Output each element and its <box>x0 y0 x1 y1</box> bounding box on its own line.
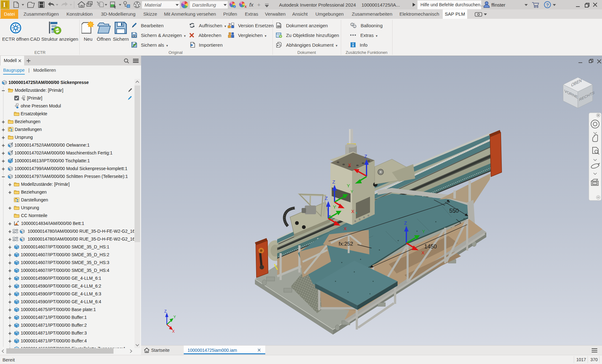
svg-text:Hilfe und Befehle durchsuchen.: Hilfe und Befehle durchsuchen... <box>420 2 484 7</box>
svg-text:Material: Material <box>145 2 161 8</box>
svg-text:Z: Z <box>364 153 367 159</box>
svg-text:x: x <box>245 4 247 9</box>
svg-text:Z: Z <box>164 309 166 314</box>
svg-text:I: I <box>3 1 6 8</box>
svg-text:+: + <box>257 2 261 8</box>
svg-text:Y: Y <box>347 183 350 188</box>
svg-text:Y: Y <box>333 204 336 210</box>
svg-text:1: 1 <box>351 23 353 26</box>
svg-text:X: X <box>421 250 425 255</box>
svg-text:550: 550 <box>449 208 459 214</box>
svg-text:Y: Y <box>351 189 353 194</box>
svg-text:Z: Z <box>325 195 328 201</box>
svg-text:X: X <box>344 226 347 231</box>
svg-text:X: X <box>348 162 351 168</box>
svg-text:Y: Y <box>422 229 425 234</box>
svg-text:+: + <box>234 5 235 8</box>
svg-text:fx:252: fx:252 <box>339 241 353 247</box>
svg-text:Z: Z <box>332 179 335 185</box>
svg-text:x: x <box>356 211 357 215</box>
svg-text:X: X <box>351 209 354 214</box>
svg-text:10000014725/IA...: 10000014725/IA... <box>362 2 400 8</box>
svg-text:Darstellung: Darstellung <box>192 2 216 8</box>
svg-text:2: 2 <box>354 25 356 28</box>
svg-text:fx: fx <box>249 2 254 8</box>
svg-text:Autodesk Inventor Professional: Autodesk Inventor Professional 2024 <box>279 2 356 8</box>
svg-text:Z: Z <box>404 220 407 226</box>
svg-text:Y: Y <box>173 315 176 319</box>
svg-text:ffinster: ffinster <box>491 2 505 8</box>
svg-text:?: ? <box>546 2 549 8</box>
svg-text:X: X <box>172 329 175 334</box>
svg-text:1450: 1450 <box>424 243 437 250</box>
